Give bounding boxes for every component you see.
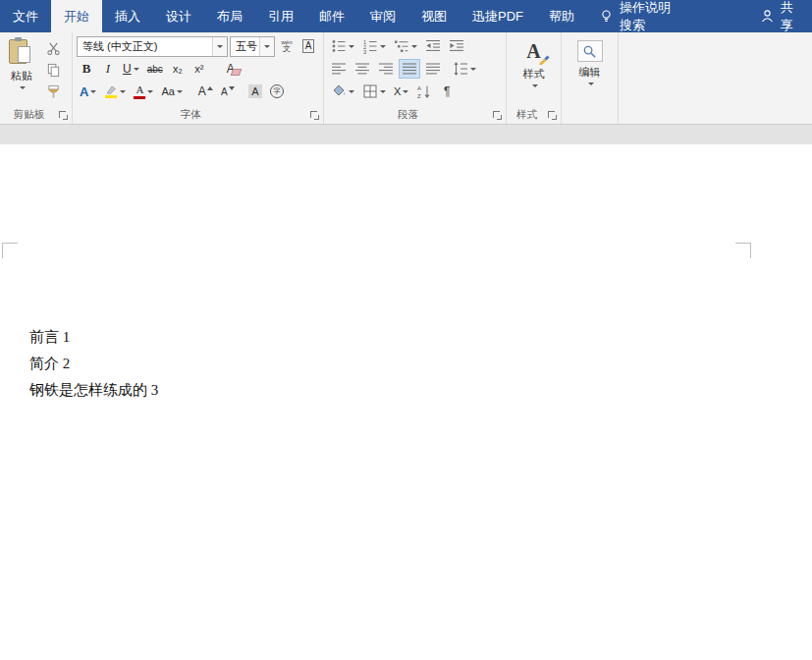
grow-font-button[interactable]: A xyxy=(195,82,216,101)
asian-layout-button[interactable]: X xyxy=(391,82,411,101)
numbering-icon: 123 xyxy=(362,38,378,54)
chevron-down-icon xyxy=(532,84,538,87)
paragraph-row-3: X AZ ¶ xyxy=(326,80,504,103)
cut-button[interactable] xyxy=(41,37,65,59)
align-left-icon xyxy=(331,61,347,77)
document-line[interactable]: 简介 2 xyxy=(29,351,158,377)
tab-references[interactable]: 引用 xyxy=(255,0,306,32)
share-button[interactable]: 共享 xyxy=(746,0,812,32)
align-center-button[interactable] xyxy=(352,59,373,79)
tab-layout[interactable]: 布局 xyxy=(204,0,255,32)
shrink-font-icon: A xyxy=(221,86,228,97)
margin-crop-mark-right xyxy=(735,243,751,258)
chevron-down-icon xyxy=(134,68,139,71)
borders-button[interactable] xyxy=(359,82,389,101)
grow-font-icon: A xyxy=(198,84,206,98)
text-effects-icon: A xyxy=(80,84,88,99)
pilcrow-icon: ¶ xyxy=(444,84,450,98)
chevron-down-icon xyxy=(470,68,476,71)
underline-button[interactable]: U xyxy=(120,59,142,79)
chevron-down-icon xyxy=(403,90,408,93)
document-line[interactable]: 钢铁是怎样练成的 3 xyxy=(29,377,158,404)
font-dialog-launcher-icon[interactable] xyxy=(309,110,320,121)
text-effects-button[interactable]: A xyxy=(77,82,99,101)
chevron-down-icon xyxy=(349,90,354,93)
clipboard-dialog-launcher-icon[interactable] xyxy=(58,110,69,121)
document-line[interactable]: 前言 1 xyxy=(29,324,158,351)
chevron-down-icon xyxy=(411,45,417,48)
font-row-1: 等线 (中文正文) 五号 wén文 A xyxy=(75,34,321,58)
tab-review[interactable]: 审阅 xyxy=(357,0,408,32)
svg-text:Z: Z xyxy=(417,93,421,99)
highlighter-icon xyxy=(104,84,118,98)
decrease-indent-button[interactable] xyxy=(422,36,444,56)
shading-button[interactable] xyxy=(328,82,357,101)
sort-icon: AZ xyxy=(416,83,432,99)
tab-file[interactable]: 文件 xyxy=(0,0,51,32)
numbering-button[interactable]: 123 xyxy=(359,36,389,56)
bold-button[interactable]: B xyxy=(77,59,96,79)
justify-button[interactable] xyxy=(399,59,420,79)
justify-icon xyxy=(402,61,417,77)
tab-pdf[interactable]: 迅捷PDF xyxy=(460,0,536,32)
styles-label: 样式 xyxy=(523,67,545,82)
clipboard-icon xyxy=(9,38,34,66)
align-right-button[interactable] xyxy=(375,59,397,79)
line-spacing-button[interactable] xyxy=(450,59,479,79)
tab-home[interactable]: 开始 xyxy=(51,0,102,32)
enclose-characters-button[interactable]: 字 xyxy=(267,82,287,101)
paste-button[interactable]: 粘贴 xyxy=(2,34,41,105)
tab-insert[interactable]: 插入 xyxy=(102,0,153,32)
multilevel-list-button[interactable] xyxy=(391,36,420,56)
tab-help[interactable]: 帮助 xyxy=(536,0,587,32)
tell-me-search[interactable]: 操作说明搜索 xyxy=(587,0,692,32)
search-icon xyxy=(577,40,603,62)
document-page[interactable]: 前言 1 简介 2 钢铁是怎样练成的 3 xyxy=(0,144,812,660)
italic-button[interactable]: I xyxy=(98,59,118,79)
highlight-color-button[interactable] xyxy=(101,82,129,101)
shrink-font-button[interactable]: A xyxy=(218,82,238,101)
change-case-button[interactable]: Aa xyxy=(158,82,185,101)
character-shading-button[interactable]: A xyxy=(245,82,265,101)
format-painter-icon xyxy=(46,84,61,99)
styles-button[interactable]: A 样式 xyxy=(509,34,559,105)
increase-indent-button[interactable] xyxy=(446,36,467,56)
align-center-icon xyxy=(354,61,370,77)
pinyin-guide-button[interactable]: wén文 xyxy=(277,36,297,56)
subscript-icon: x₂ xyxy=(173,63,183,75)
show-hide-marks-button[interactable]: ¶ xyxy=(437,82,457,101)
font-size-select[interactable]: 五号 xyxy=(230,36,275,57)
subscript-button[interactable]: x₂ xyxy=(168,59,188,79)
editing-button[interactable]: 编辑 xyxy=(564,34,616,105)
word-window: 文件 开始 插入 设计 布局 引用 邮件 审阅 视图 迅捷PDF 帮助 操作说明… xyxy=(0,0,812,660)
chevron-down-icon[interactable] xyxy=(259,37,274,56)
chevron-down-icon[interactable] xyxy=(212,37,227,56)
font-group-label: 字体 xyxy=(73,108,309,122)
sort-button[interactable]: AZ xyxy=(413,82,435,101)
font-color-icon: A xyxy=(134,84,145,99)
format-painter-button[interactable] xyxy=(41,81,65,102)
styles-icon: A xyxy=(520,38,548,64)
bullets-button[interactable] xyxy=(328,36,357,56)
font-name-select[interactable]: 等线 (中文正文) xyxy=(77,36,228,57)
clear-formatting-button[interactable]: A xyxy=(221,59,241,79)
styles-group: A 样式 样式 xyxy=(507,32,562,124)
distribute-button[interactable] xyxy=(422,59,444,79)
borders-grid-icon xyxy=(362,83,378,99)
tab-mailings[interactable]: 邮件 xyxy=(306,0,357,32)
superscript-button[interactable]: x² xyxy=(189,59,209,79)
font-size-value: 五号 xyxy=(236,39,257,54)
paragraph-dialog-launcher-icon[interactable] xyxy=(492,110,503,121)
tabbar-right: 操作说明搜索 共享 xyxy=(587,0,812,32)
styles-dialog-launcher-icon[interactable] xyxy=(547,110,558,121)
chevron-down-icon xyxy=(588,82,594,85)
tab-view[interactable]: 视图 xyxy=(408,0,460,32)
character-border-button[interactable]: A xyxy=(298,36,318,56)
font-color-button[interactable]: A xyxy=(131,82,156,101)
asian-layout-icon: X xyxy=(394,85,401,97)
tab-design[interactable]: 设计 xyxy=(153,0,204,32)
brush-icon xyxy=(538,53,550,65)
align-left-button[interactable] xyxy=(328,59,350,79)
copy-button[interactable] xyxy=(41,59,65,81)
strikethrough-button[interactable]: abc xyxy=(144,59,166,79)
